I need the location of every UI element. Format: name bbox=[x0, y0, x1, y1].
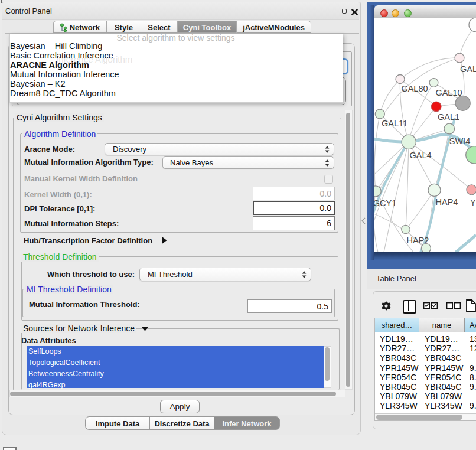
svg-text:GAL7: GAL7 bbox=[460, 64, 476, 74]
svg-text:GAL11: GAL11 bbox=[382, 119, 407, 128]
svg-text:YM: YM bbox=[470, 198, 476, 207]
svg-text:HAP2: HAP2 bbox=[407, 236, 429, 245]
svg-text:GAL4: GAL4 bbox=[409, 151, 431, 160]
svg-text:GAL10: GAL10 bbox=[435, 88, 462, 97]
svg-text:GAL80: GAL80 bbox=[401, 84, 428, 93]
svg-text:HAP4: HAP4 bbox=[436, 197, 458, 207]
svg-text:SWI4: SWI4 bbox=[449, 136, 470, 146]
svg-text:GCY1: GCY1 bbox=[374, 198, 396, 208]
svg-text:GAL1: GAL1 bbox=[438, 112, 459, 122]
